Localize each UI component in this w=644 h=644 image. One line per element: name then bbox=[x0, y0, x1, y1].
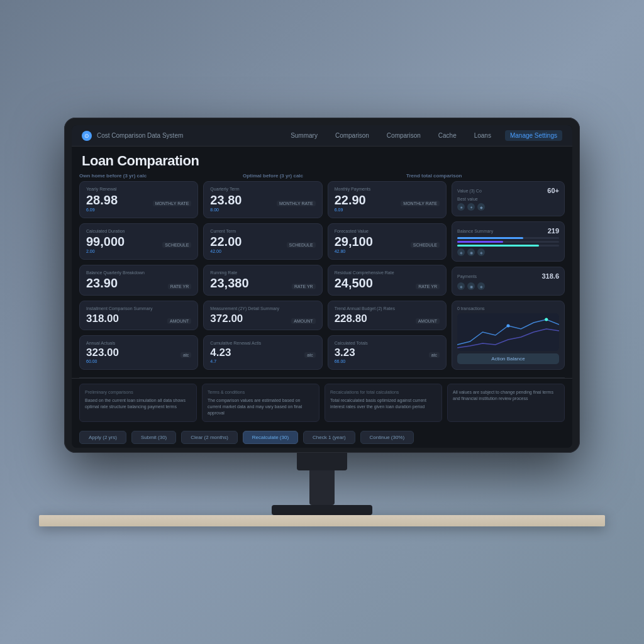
icon-dot-7[interactable]: ◈ bbox=[457, 282, 465, 290]
action-balance-button[interactable]: Action Balance bbox=[457, 353, 559, 364]
icon-dot-5[interactable]: ◉ bbox=[467, 248, 475, 256]
monitor-stand-top bbox=[297, 453, 347, 470]
header-nav: Summary Comparison Comparison Cache Loan… bbox=[287, 130, 562, 141]
sidebar-bar1 bbox=[457, 237, 559, 239]
column-headers: Own home before (3 yr) calc Optimal befo… bbox=[72, 173, 572, 181]
metric2-r1-c1: Installment Comparison Summary 318.00 AM… bbox=[79, 301, 198, 330]
col3-header: Trend total comparison bbox=[406, 173, 565, 179]
sidebar-card1-value: 60+ bbox=[547, 187, 559, 194]
footer-btn-5[interactable]: Continue (30%) bbox=[360, 431, 414, 444]
icon-dot-8[interactable]: ◉ bbox=[467, 282, 475, 290]
metric-r2-c1: Calculated Duration 99,000 SCHEDULE 2.00 bbox=[79, 223, 198, 260]
icon-dot-4[interactable]: ◈ bbox=[457, 248, 465, 256]
metric-r3-c1-badge: RATE YR bbox=[168, 284, 192, 289]
metric-r3-c2: Running Rate 23,380 RATE YR bbox=[203, 265, 322, 296]
metric-r1-c2-badge: MONTHLY RATE bbox=[277, 201, 316, 206]
bottom-card2: Terms & conditions The comparison values… bbox=[202, 384, 319, 421]
sidebar-card3-icons: ◈ ◉ ◈ bbox=[457, 282, 559, 290]
metric2-r1-c2-label: Measurement (2Y) Detail Summary bbox=[210, 306, 315, 311]
sidebar-card3: Payments 318.6 ◈ ◉ ◈ bbox=[452, 267, 565, 296]
desk-surface bbox=[39, 515, 605, 526]
footer-btn-4[interactable]: Check 1 (year) bbox=[303, 431, 355, 444]
icon-dot-3[interactable]: ◆ bbox=[477, 203, 485, 211]
svg-point-0 bbox=[506, 325, 509, 328]
bottom-card2-label: Terms & conditions bbox=[208, 389, 314, 395]
bottom-card3-text: Total recalculated basis optimized again… bbox=[330, 397, 436, 410]
metric-r1-c1-sub: 6.09 bbox=[86, 208, 191, 212]
sidebar-card4: 0 transactions Action Balance bbox=[452, 301, 565, 370]
metric2-r2-c1-value: 323.00 bbox=[86, 347, 119, 358]
app-title-row: Loan Comparation bbox=[72, 147, 572, 173]
sidebar-card1-icons: ★ ✦ ◆ bbox=[457, 203, 559, 211]
metric-r3-c1-label: Balance Quarterly Breakdown bbox=[86, 270, 191, 275]
brand-icon: ⊙ bbox=[82, 131, 92, 141]
metric2-r2-c3-value: 3.23 bbox=[335, 347, 355, 358]
nav-summary[interactable]: Summary bbox=[287, 130, 321, 141]
metric2-r2-c1-sub: 60.00 bbox=[86, 359, 191, 364]
user-button[interactable]: Manage Settings bbox=[505, 130, 562, 141]
metric-r2-c1-value: 99,000 bbox=[86, 235, 125, 248]
sidebar-bar3 bbox=[457, 245, 559, 247]
footer-btn-1[interactable]: Submit (30) bbox=[131, 431, 176, 444]
footer-btn-0[interactable]: Apply (2 yrs) bbox=[79, 431, 126, 444]
app-content: Yearly Renewal 28.98 MONTHLY RATE 6.09 Q… bbox=[72, 181, 572, 377]
metric-r3-c3-label: Residual Comprehensive Rate bbox=[335, 270, 440, 275]
col1-header: Own home before (3 yr) calc bbox=[79, 173, 238, 179]
nav-loans[interactable]: Loans bbox=[470, 130, 495, 141]
metric-r3-c2-badge: RATE YR bbox=[292, 284, 316, 289]
icon-dot-1[interactable]: ★ bbox=[457, 203, 465, 211]
bottom-card2-text: The comparison values are estimated base… bbox=[208, 397, 314, 416]
bottom-card1-label: Preliminary comparisons bbox=[85, 389, 191, 395]
metric-r2-c3-badge: SCHEDULE bbox=[411, 242, 440, 248]
metric-r1-c1-label: Yearly Renewal bbox=[86, 187, 191, 192]
metric2-r1-c2: Measurement (2Y) Detail Summary 372.00 A… bbox=[203, 301, 322, 330]
metric-r1-c2: Quarterly Term 23.80 MONTHLY RATE 8.00 bbox=[203, 181, 322, 218]
metric-r2-c3-sub: 42.80 bbox=[335, 249, 440, 253]
footer-btn-3[interactable]: Recalculate (30) bbox=[243, 431, 298, 444]
metric-r3-c3-badge: RATE YR bbox=[416, 284, 440, 289]
footer-btn-2[interactable]: Clear (2 months) bbox=[181, 431, 238, 444]
metric-r1-c3-sub: 6.09 bbox=[335, 208, 440, 212]
metric-r1-c2-value: 23.80 bbox=[210, 194, 242, 206]
bottom-card1: Preliminary comparisons Based on the cur… bbox=[79, 384, 197, 421]
metric-r2-c2-badge: SCHEDULE bbox=[287, 242, 316, 248]
metric-r3-c1-value: 23.90 bbox=[86, 277, 118, 289]
metric-r2-c2-value: 22.00 bbox=[210, 235, 242, 248]
app-brand: ⊙ Cost Comparison Data System bbox=[82, 131, 183, 141]
metric2-r2-c1-badge: atc bbox=[180, 352, 191, 358]
metric2-r2-c3-badge: atc bbox=[429, 352, 440, 358]
icon-dot-6[interactable]: ◈ bbox=[477, 248, 485, 256]
metric-r1-c1-value: 28.98 bbox=[86, 194, 118, 206]
icon-dot-2[interactable]: ✦ bbox=[467, 203, 475, 211]
metric2-r1-c1-label: Installment Comparison Summary bbox=[86, 306, 191, 311]
metric-r3-c2-value: 23,380 bbox=[210, 277, 248, 289]
bottom-card3-label: Recalculations for total calculations bbox=[330, 389, 436, 395]
metric-r2-c1-sub: 2.00 bbox=[86, 249, 191, 253]
metric-r1-c2-sub: 8.00 bbox=[210, 208, 315, 212]
icon-dot-9[interactable]: ◈ bbox=[477, 282, 485, 290]
sidebar-card2-label: Balance Summary bbox=[457, 229, 493, 233]
metric-r3-c2-label: Running Rate bbox=[210, 270, 315, 275]
metric-r2-c1-label: Calculated Duration bbox=[86, 229, 191, 234]
nav-comparison2[interactable]: Comparison bbox=[383, 130, 425, 141]
nav-comparison[interactable]: Comparison bbox=[331, 130, 373, 141]
metric2-r2-c2-badge: atc bbox=[304, 352, 315, 358]
metric-r1-c3-label: Monthly Payments bbox=[335, 187, 440, 192]
sidebar-card2-value: 219 bbox=[548, 227, 559, 235]
metric2-r1-c3-value: 228.80 bbox=[335, 313, 367, 324]
bottom-card1-text: Based on the current loan simulation all… bbox=[85, 397, 191, 410]
page-title: Loan Comparation bbox=[82, 153, 199, 169]
metric2-r2-c2-value: 4.23 bbox=[210, 347, 231, 358]
metric-r2-c2: Current Term 22.00 SCHEDULE 42.00 bbox=[203, 223, 322, 260]
monitor: ⊙ Cost Comparison Data System Summary Co… bbox=[64, 118, 580, 452]
metric2-r1-c1-value: 318.00 bbox=[86, 313, 119, 324]
desk-scene: ⊙ Cost Comparison Data System Summary Co… bbox=[52, 118, 592, 526]
bottom-card4-text: All values are subject to change pending… bbox=[453, 389, 559, 402]
metric-r2-c1-badge: SCHEDULE bbox=[162, 242, 191, 248]
mini-chart bbox=[457, 313, 559, 351]
metric2-r2-c2-sub: 4.7 bbox=[210, 359, 315, 364]
nav-cache[interactable]: Cache bbox=[435, 130, 460, 141]
bottom-section: Preliminary comparisons Based on the cur… bbox=[72, 378, 572, 426]
metric2-r2-c2-label: Cumulative Renewal Actls bbox=[210, 341, 315, 346]
footer-buttons: Apply (2 yrs) Submit (30) Clear (2 month… bbox=[72, 427, 572, 448]
